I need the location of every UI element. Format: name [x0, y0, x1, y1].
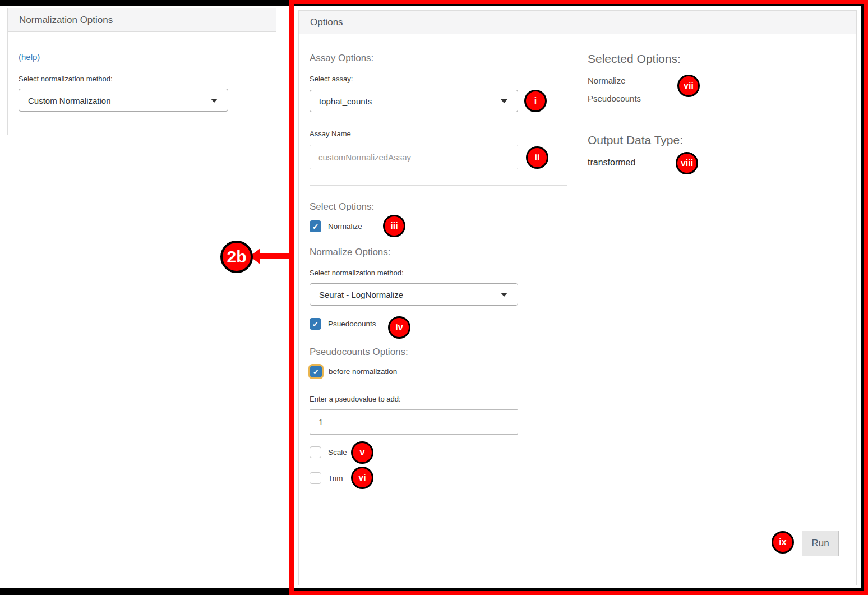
assay-section-divider [310, 185, 567, 186]
annotation-badge-ii: ii [526, 146, 548, 169]
annotation-badge-iv: iv [388, 316, 410, 339]
assay-select-value: tophat_counts [319, 96, 372, 106]
assay-select[interactable]: tophat_counts [310, 90, 518, 112]
normalization-method-select[interactable]: Custom Normalization [19, 89, 228, 112]
annotation-step-2b: 2b [220, 241, 253, 273]
chevron-down-icon [501, 293, 507, 297]
output-data-type-heading: Output Data Type: [588, 133, 683, 147]
assay-name-input[interactable] [310, 145, 518, 169]
annotation-badge-i: i [524, 90, 547, 112]
column-divider [578, 42, 578, 500]
selected-options-heading: Selected Options: [588, 52, 681, 66]
before-normalization-checkbox[interactable]: ✓ [310, 366, 322, 377]
normalize-options-heading: Normalize Options: [310, 247, 391, 258]
annotation-badge-ix: ix [772, 531, 794, 554]
annotation-badge-v: v [351, 441, 373, 464]
frame-right [861, 0, 868, 595]
before-normalization-label: before normalization [329, 367, 397, 376]
chevron-down-icon [211, 99, 218, 103]
annotation-badge-vii: vii [677, 75, 700, 97]
normalize-checkbox-label: Normalize [328, 222, 362, 230]
annotation-arrow [258, 253, 293, 259]
normalize-method-value: Seurat - LogNormalize [319, 290, 403, 299]
annotation-badge-viii: viii [676, 152, 698, 174]
select-options-heading: Select Options: [310, 201, 374, 213]
frame-top [0, 0, 868, 6]
assay-options-heading: Assay Options: [310, 53, 373, 64]
chevron-down-icon [501, 99, 507, 103]
output-data-type-value: transformed [588, 158, 635, 168]
options-title: Options [299, 11, 856, 34]
assay-name-label: Assay Name [310, 130, 351, 138]
pseudovalue-input[interactable] [310, 409, 518, 435]
pseudovalue-label: Enter a pseudovalue to add: [310, 395, 401, 403]
selected-option-pseudocounts: Pseudocounts [588, 94, 641, 103]
normalization-options-title: Normalization Options [8, 8, 276, 32]
selected-option-normalize: Normalize [588, 76, 626, 85]
trim-checkbox[interactable] [310, 472, 321, 484]
normalize-checkbox[interactable]: ✓ [310, 220, 321, 232]
help-link[interactable]: (help) [19, 52, 40, 62]
annotation-badge-vi: vi [351, 467, 373, 489]
annotation-badge-iii: iii [383, 215, 405, 237]
normalization-method-label: Select normalization method: [19, 75, 113, 83]
normalize-method-label: Select normalization method: [310, 269, 404, 277]
select-assay-label: Select assay: [310, 75, 353, 83]
footer-divider [299, 515, 856, 515]
scale-checkbox-label: Scale [328, 448, 347, 456]
normalization-options-card: Normalization Options [7, 8, 276, 135]
frame-bottom [0, 588, 868, 595]
scale-checkbox[interactable] [310, 446, 321, 458]
normalization-method-value: Custom Normalization [28, 95, 111, 105]
run-button[interactable]: Run [802, 531, 839, 556]
trim-checkbox-label: Trim [328, 474, 343, 482]
pseudocounts-checkbox[interactable]: ✓ [310, 318, 321, 330]
pseudocounts-options-heading: Pseudocounts Options: [310, 347, 408, 358]
pseudocounts-checkbox-label: Psuedocounts [328, 320, 376, 328]
summary-divider [588, 118, 846, 118]
screen: Normalization Options (help) Select norm… [0, 0, 868, 595]
normalize-method-select[interactable]: Seurat - LogNormalize [310, 283, 518, 306]
